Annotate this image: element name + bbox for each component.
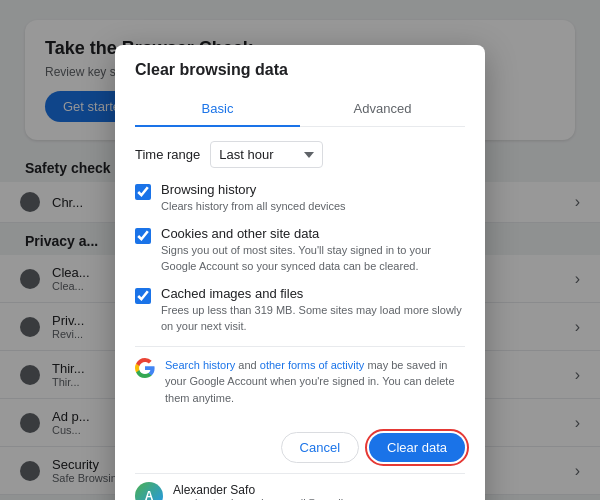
search-history-link[interactable]: Search history	[165, 359, 235, 371]
checkbox-content-cookies: Cookies and other site data Signs you ou…	[161, 226, 465, 274]
google-g-icon	[135, 358, 155, 378]
account-text: Alexander Safo running to alexanderqgmai…	[173, 483, 367, 500]
checkbox-item-cookies: Cookies and other site data Signs you ou…	[135, 226, 465, 274]
clear-browsing-data-dialog: Clear browsing data Basic Advanced Time …	[115, 45, 485, 500]
time-range-label: Time range	[135, 147, 200, 162]
time-range-select[interactable]: Last hour Last 24 hours Last 7 days Last…	[210, 141, 323, 168]
account-name: Alexander Safo	[173, 483, 367, 497]
dialog-body: Time range Last hour Last 24 hours Last …	[115, 127, 485, 424]
checkbox-cookies[interactable]	[135, 228, 151, 244]
tab-basic[interactable]: Basic	[135, 91, 300, 126]
account-info-row: A Alexander Safo running to alexanderqgm…	[135, 473, 465, 500]
dialog-header: Clear browsing data Basic Advanced	[115, 45, 485, 127]
checkbox-title-cached: Cached images and files	[161, 286, 465, 301]
dialog-tabs: Basic Advanced	[135, 91, 465, 127]
checkbox-browsing-history[interactable]	[135, 184, 151, 200]
time-range-row: Time range Last hour Last 24 hours Last …	[135, 141, 465, 168]
checkbox-content-browsing: Browsing history Clears history from all…	[161, 182, 346, 214]
dialog-actions: Cancel Clear data	[135, 432, 465, 463]
dialog-footer: Cancel Clear data A Alexander Safo runni…	[115, 424, 485, 500]
checkbox-cached[interactable]	[135, 288, 151, 304]
checkbox-desc-browsing: Clears history from all synced devices	[161, 199, 346, 214]
checkbox-desc-cached: Frees up less than 319 MB. Some sites ma…	[161, 303, 465, 334]
cancel-button[interactable]: Cancel	[281, 432, 359, 463]
checkbox-item-cached: Cached images and files Frees up less th…	[135, 286, 465, 334]
tab-advanced[interactable]: Advanced	[300, 91, 465, 126]
checkbox-title-browsing: Browsing history	[161, 182, 346, 197]
other-forms-link[interactable]: other forms of activity	[260, 359, 365, 371]
checkbox-title-cookies: Cookies and other site data	[161, 226, 465, 241]
checkbox-desc-cookies: Signs you out of most sites. You'll stay…	[161, 243, 465, 274]
google-info-text: Search history and other forms of activi…	[165, 357, 465, 407]
dialog-title: Clear browsing data	[135, 61, 465, 79]
checkbox-content-cached: Cached images and files Frees up less th…	[161, 286, 465, 334]
google-info-box: Search history and other forms of activi…	[135, 346, 465, 411]
clear-data-button[interactable]: Clear data	[369, 433, 465, 462]
checkbox-item-browsing-history: Browsing history Clears history from all…	[135, 182, 465, 214]
avatar: A	[135, 482, 163, 500]
and-text: and	[235, 359, 259, 371]
